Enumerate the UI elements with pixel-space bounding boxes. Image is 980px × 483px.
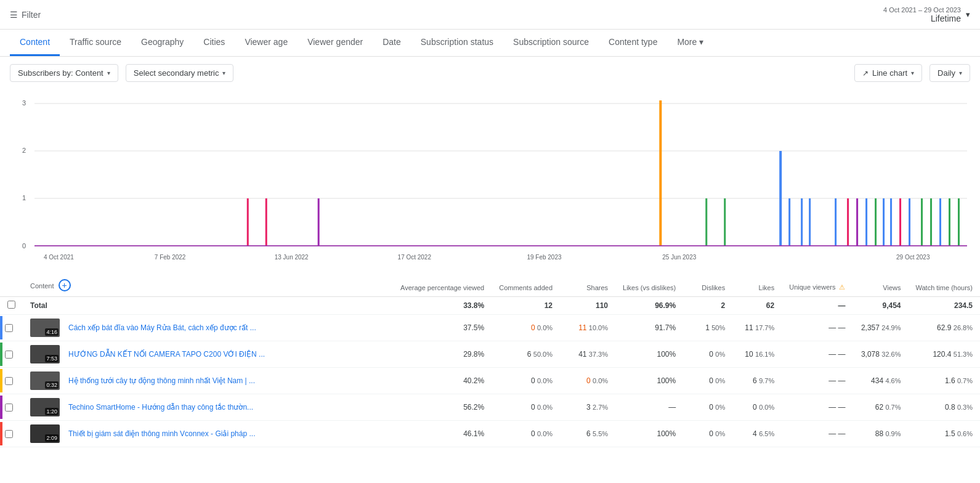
total-watch-time: 234.5 [908,297,980,315]
filter-button[interactable]: ☰ Filter [10,10,41,20]
table-row: 7:53 HƯỚNG DẪN KẾT NỐI CAMERA TAPO C200 … [0,341,980,368]
tab-viewer-gender[interactable]: Viewer gender [298,30,373,56]
tab-cities[interactable]: Cities [193,30,235,56]
row3-unique: — — [782,368,852,394]
row3-checkbox[interactable] [5,377,13,385]
total-checkbox[interactable] [7,301,15,309]
row2-shares: 41 37.3% [560,341,615,368]
row3-avg-pct: 40.2% [393,368,492,394]
primary-metric-dropdown[interactable]: Subscribers by: Content ▾ [10,64,118,82]
row5-shares: 6 5.5% [560,421,615,447]
add-column-button[interactable]: + [59,279,71,291]
svg-text:3: 3 [22,99,26,107]
chart-type-dropdown[interactable]: ↗ Line chart ▾ [854,64,922,82]
col-header-content: Content + [23,274,393,297]
row2-watch-time: 120.4 51.3% [908,341,980,368]
tab-content[interactable]: Content [10,30,60,56]
date-range-value: 4 Oct 2021 – 29 Oct 2023 [883,6,961,14]
total-unique-viewers: — [782,297,852,315]
chevron-icon-3: ▾ [911,70,914,76]
chart-toolbar: Subscribers by: Content ▾ Select seconda… [0,57,980,89]
col-header-watch-time: Watch time (hours) [908,274,980,297]
tab-more[interactable]: More ▾ [667,30,713,56]
svg-rect-21 [724,198,726,246]
row1-dislikes: 1 50% [683,315,732,341]
period-dropdown[interactable]: Daily ▾ [929,64,970,82]
tab-viewer-age[interactable]: Viewer age [235,30,298,56]
col-header-likes-dislikes: Likes (vs dislikes) [615,274,683,297]
row1-checkbox-cell [0,315,23,341]
primary-metric-label: Subscribers by: Content [18,68,103,78]
row4-comments: 0 0.0% [492,394,560,421]
secondary-metric-label: Select secondary metric [134,68,219,78]
row5-comments: 0 0.0% [492,421,560,447]
row5-dislikes: 0 0% [683,421,732,447]
row1-content: 4:16 Cách xếp bát đĩa vào Máy Rửa Bát, c… [23,315,393,341]
svg-text:7 Feb 2022: 7 Feb 2022 [155,254,186,261]
row3-watch-time: 1.6 0.7% [908,368,980,394]
row2-checkbox[interactable] [5,351,13,359]
svg-rect-36 [930,198,932,246]
col-header-dislikes: Dislikes [683,274,732,297]
toolbar-left: Subscribers by: Content ▾ Select seconda… [10,64,233,82]
row3-thumbnail[interactable]: 0:32 [30,371,60,390]
row2-content: 7:53 HƯỚNG DẪN KẾT NỐI CAMERA TAPO C200 … [23,341,393,368]
row4-duration: 1:20 [45,408,59,415]
tab-date[interactable]: Date [373,30,411,56]
col-header-shares: Shares [560,274,615,297]
svg-rect-33 [899,198,901,246]
tab-traffic-source[interactable]: Traffic source [60,30,131,56]
row4-shares: 3 2.7% [560,394,615,421]
svg-rect-19 [659,100,662,246]
row2-views: 3,078 32.6% [852,341,908,368]
row5-title[interactable]: Thiết bị giám sát điện thông minh Vconne… [68,429,255,438]
row4-thumbnail[interactable]: 1:20 [30,398,60,416]
row2-thumbnail[interactable]: 7:53 [30,345,60,363]
tab-subscription-source[interactable]: Subscription source [503,30,599,56]
row1-thumbnail[interactable]: 4:16 [30,319,60,337]
row1-title[interactable]: Cách xếp bát đĩa vào Máy Rửa Bát, cách x… [68,323,256,332]
svg-rect-39 [958,198,960,246]
chart-type-label: Line chart [872,68,907,78]
tab-content-type[interactable]: Content type [599,30,667,56]
col-header-avg-pct: Average percentage viewed [393,274,492,297]
row5-content: 2:09 Thiết bị giám sát điện thông minh V… [23,421,393,447]
date-range-selector[interactable]: 4 Oct 2021 – 29 Oct 2023 Lifetime ▾ [883,6,970,23]
secondary-metric-dropdown[interactable]: Select secondary metric ▾ [126,64,234,82]
row2-likes: 10 16.1% [732,341,782,368]
total-likes: 62 [732,297,782,315]
row5-thumbnail[interactable]: 2:09 [30,424,60,443]
svg-text:0: 0 [22,242,26,250]
svg-rect-35 [921,198,923,246]
chevron-icon: ▾ [107,70,110,76]
row5-checkbox[interactable] [5,430,13,438]
svg-text:25 Jun 2023: 25 Jun 2023 [662,254,696,261]
row4-dislikes: 0 0% [683,394,732,421]
total-views: 9,454 [852,297,908,315]
period-label: Daily [937,68,955,78]
row4-content: 1:20 Techino SmartHome - Hướng dẫn thay … [23,394,393,421]
total-dislikes: 2 [683,297,732,315]
col-header-comments: Comments added [492,274,560,297]
row4-title[interactable]: Techino SmartHome - Hướng dẫn thay công … [68,403,253,412]
row3-title[interactable]: Hệ thống tưới cây tự động thông minh nhấ… [68,376,255,385]
row5-checkbox-cell [0,421,23,447]
col-header-unique-viewers: Unique viewers ⚠ [782,274,852,297]
svg-rect-18 [318,198,320,246]
chart-type-icon: ↗ [862,69,869,78]
row4-checkbox[interactable] [5,404,13,412]
svg-rect-31 [883,198,885,246]
row4-avg-pct: 56.2% [393,394,492,421]
row1-checkbox[interactable] [5,324,13,332]
row4-likes-dislikes: — [615,394,683,421]
row2-likes-dislikes: 100% [615,341,683,368]
tab-subscription-status[interactable]: Subscription status [411,30,503,56]
row1-likes-dislikes: 91.7% [615,315,683,341]
tab-geography[interactable]: Geography [131,30,193,56]
svg-rect-26 [835,198,836,246]
total-label: Total [23,297,393,315]
total-comments: 12 [492,297,560,315]
row2-title[interactable]: HƯỚNG DẪN KẾT NỐI CAMERA TAPO C200 VỚI Đ… [68,350,265,359]
row5-avg-pct: 46.1% [393,421,492,447]
svg-text:2: 2 [22,147,26,154]
